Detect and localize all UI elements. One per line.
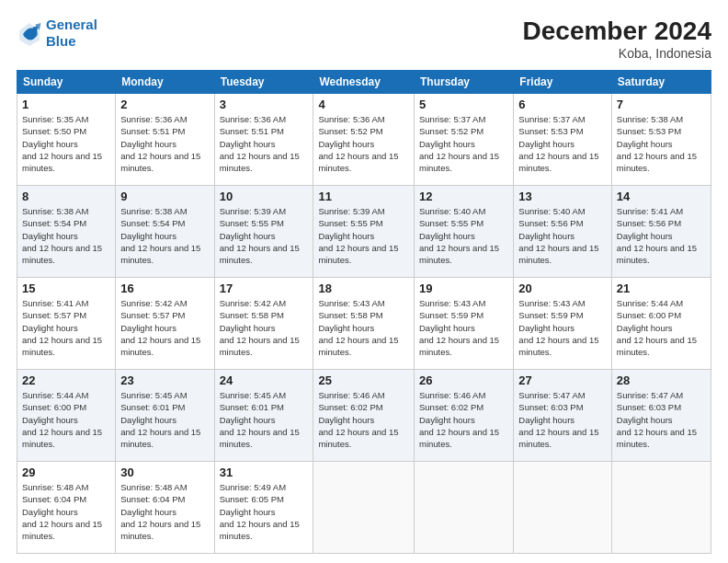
day-number: 8 (22, 190, 110, 203)
col-tuesday: Tuesday (214, 71, 313, 94)
day-number: 2 (120, 98, 209, 111)
day-number: 26 (419, 373, 508, 387)
col-friday: Friday (514, 71, 612, 94)
day-number: 17 (220, 282, 309, 295)
day-number: 30 (120, 465, 209, 479)
cell-info: Sunrise: 5:42 AMSunset: 5:58 PMDaylight … (220, 298, 300, 357)
title-block: December 2024 Koba, Indonesia (523, 17, 711, 61)
cell-info: Sunrise: 5:48 AMSunset: 6:04 PMDaylight … (22, 482, 102, 541)
cell-info: Sunrise: 5:46 AMSunset: 6:02 PMDaylight … (419, 390, 499, 449)
calendar-cell: 3 Sunrise: 5:36 AMSunset: 5:51 PMDayligh… (214, 94, 313, 186)
cell-info: Sunrise: 5:36 AMSunset: 5:51 PMDaylight … (120, 114, 200, 173)
calendar-cell: 28 Sunrise: 5:47 AMSunset: 6:03 PMDaylig… (611, 370, 711, 462)
cell-info: Sunrise: 5:44 AMSunset: 6:00 PMDaylight … (22, 390, 102, 449)
week-row-1: 1 Sunrise: 5:35 AMSunset: 5:50 PMDayligh… (17, 94, 711, 186)
cell-info: Sunrise: 5:47 AMSunset: 6:03 PMDaylight … (617, 390, 697, 449)
calendar-cell: 25 Sunrise: 5:46 AMSunset: 6:02 PMDaylig… (313, 370, 415, 462)
day-number: 27 (518, 373, 607, 387)
week-row-3: 15 Sunrise: 5:41 AMSunset: 5:57 PMDaylig… (17, 278, 711, 370)
calendar-cell: 14 Sunrise: 5:41 AMSunset: 5:56 PMDaylig… (611, 186, 711, 278)
week-row-4: 22 Sunrise: 5:44 AMSunset: 6:00 PMDaylig… (17, 370, 711, 462)
calendar-cell: 9 Sunrise: 5:38 AMSunset: 5:54 PMDayligh… (116, 186, 214, 278)
cell-info: Sunrise: 5:38 AMSunset: 5:54 PMDaylight … (22, 206, 102, 265)
day-number: 4 (318, 98, 409, 111)
cell-info: Sunrise: 5:46 AMSunset: 6:02 PMDaylight … (318, 390, 398, 449)
calendar-cell: 4 Sunrise: 5:36 AMSunset: 5:52 PMDayligh… (313, 94, 415, 186)
calendar-cell: 20 Sunrise: 5:43 AMSunset: 5:59 PMDaylig… (514, 278, 612, 370)
day-number: 15 (22, 282, 110, 295)
week-row-2: 8 Sunrise: 5:38 AMSunset: 5:54 PMDayligh… (17, 186, 711, 278)
calendar-cell (514, 462, 612, 554)
month-title: December 2024 (523, 17, 711, 46)
calendar-cell: 22 Sunrise: 5:44 AMSunset: 6:00 PMDaylig… (17, 370, 116, 462)
day-number: 22 (22, 373, 110, 387)
cell-info: Sunrise: 5:35 AMSunset: 5:50 PMDaylight … (22, 114, 102, 173)
cell-info: Sunrise: 5:37 AMSunset: 5:53 PMDaylight … (518, 114, 598, 173)
day-number: 3 (220, 98, 309, 111)
cell-info: Sunrise: 5:39 AMSunset: 5:55 PMDaylight … (220, 206, 300, 265)
day-number: 28 (617, 373, 706, 387)
calendar-cell (313, 462, 415, 554)
calendar-cell: 29 Sunrise: 5:48 AMSunset: 6:04 PMDaylig… (17, 462, 116, 554)
day-number: 14 (617, 190, 706, 203)
cell-info: Sunrise: 5:41 AMSunset: 5:57 PMDaylight … (22, 298, 102, 357)
cell-info: Sunrise: 5:38 AMSunset: 5:53 PMDaylight … (617, 114, 697, 173)
calendar-cell: 10 Sunrise: 5:39 AMSunset: 5:55 PMDaylig… (214, 186, 313, 278)
week-row-5: 29 Sunrise: 5:48 AMSunset: 6:04 PMDaylig… (17, 462, 711, 554)
col-sunday: Sunday (17, 71, 116, 94)
day-number: 5 (419, 98, 508, 111)
location: Koba, Indonesia (523, 46, 711, 61)
calendar-cell (611, 462, 711, 554)
day-number: 19 (419, 282, 508, 295)
day-number: 20 (518, 282, 607, 295)
logo-line1: General (46, 17, 97, 32)
day-number: 6 (518, 98, 607, 111)
calendar-cell: 19 Sunrise: 5:43 AMSunset: 5:59 PMDaylig… (415, 278, 514, 370)
day-number: 18 (318, 282, 409, 295)
calendar-cell: 27 Sunrise: 5:47 AMSunset: 6:03 PMDaylig… (514, 370, 612, 462)
logo: General Blue (17, 17, 97, 50)
cell-info: Sunrise: 5:43 AMSunset: 5:58 PMDaylight … (318, 298, 398, 357)
cell-info: Sunrise: 5:43 AMSunset: 5:59 PMDaylight … (419, 298, 499, 357)
calendar-cell: 11 Sunrise: 5:39 AMSunset: 5:55 PMDaylig… (313, 186, 415, 278)
col-wednesday: Wednesday (313, 71, 415, 94)
cell-info: Sunrise: 5:45 AMSunset: 6:01 PMDaylight … (220, 390, 300, 449)
logo-line2: Blue (46, 33, 76, 49)
cell-info: Sunrise: 5:42 AMSunset: 5:57 PMDaylight … (120, 298, 200, 357)
cell-info: Sunrise: 5:41 AMSunset: 5:56 PMDaylight … (617, 206, 697, 265)
day-number: 10 (220, 190, 309, 203)
calendar-cell: 2 Sunrise: 5:36 AMSunset: 5:51 PMDayligh… (116, 94, 214, 186)
calendar-cell: 15 Sunrise: 5:41 AMSunset: 5:57 PMDaylig… (17, 278, 116, 370)
cell-info: Sunrise: 5:44 AMSunset: 6:00 PMDaylight … (617, 298, 697, 357)
day-number: 23 (120, 373, 209, 387)
day-number: 29 (22, 465, 110, 479)
cell-info: Sunrise: 5:38 AMSunset: 5:54 PMDaylight … (120, 206, 200, 265)
calendar-cell: 23 Sunrise: 5:45 AMSunset: 6:01 PMDaylig… (116, 370, 214, 462)
calendar-cell: 1 Sunrise: 5:35 AMSunset: 5:50 PMDayligh… (17, 94, 116, 186)
day-number: 16 (120, 282, 209, 295)
day-number: 25 (318, 373, 409, 387)
calendar-cell: 12 Sunrise: 5:40 AMSunset: 5:55 PMDaylig… (415, 186, 514, 278)
day-number: 11 (318, 190, 409, 203)
day-number: 7 (617, 98, 706, 111)
day-number: 24 (220, 373, 309, 387)
cell-info: Sunrise: 5:40 AMSunset: 5:55 PMDaylight … (419, 206, 499, 265)
cell-info: Sunrise: 5:37 AMSunset: 5:52 PMDaylight … (419, 114, 499, 173)
calendar-cell: 5 Sunrise: 5:37 AMSunset: 5:52 PMDayligh… (415, 94, 514, 186)
cell-info: Sunrise: 5:40 AMSunset: 5:56 PMDaylight … (518, 206, 598, 265)
cell-info: Sunrise: 5:39 AMSunset: 5:55 PMDaylight … (318, 206, 398, 265)
calendar-cell: 21 Sunrise: 5:44 AMSunset: 6:00 PMDaylig… (611, 278, 711, 370)
day-number: 9 (120, 190, 209, 203)
col-thursday: Thursday (415, 71, 514, 94)
calendar-cell: 24 Sunrise: 5:45 AMSunset: 6:01 PMDaylig… (214, 370, 313, 462)
cell-info: Sunrise: 5:47 AMSunset: 6:03 PMDaylight … (518, 390, 598, 449)
calendar-cell: 18 Sunrise: 5:43 AMSunset: 5:58 PMDaylig… (313, 278, 415, 370)
day-number: 21 (617, 282, 706, 295)
calendar-cell: 17 Sunrise: 5:42 AMSunset: 5:58 PMDaylig… (214, 278, 313, 370)
day-number: 12 (419, 190, 508, 203)
calendar-cell: 7 Sunrise: 5:38 AMSunset: 5:53 PMDayligh… (611, 94, 711, 186)
calendar-cell: 26 Sunrise: 5:46 AMSunset: 6:02 PMDaylig… (415, 370, 514, 462)
logo-icon (17, 20, 42, 46)
calendar-cell: 31 Sunrise: 5:49 AMSunset: 6:05 PMDaylig… (214, 462, 313, 554)
day-number: 13 (518, 190, 607, 203)
